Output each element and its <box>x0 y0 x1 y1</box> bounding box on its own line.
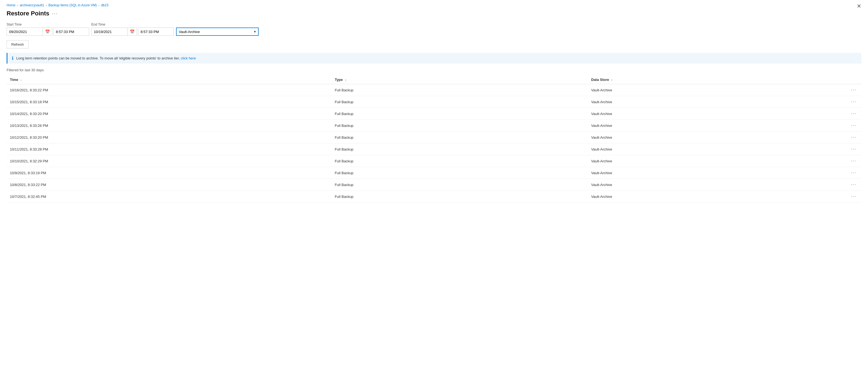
cell-type-2: Full Backup <box>332 108 588 120</box>
cell-time-2: 10/14/2021, 8:33:20 PM <box>7 108 332 120</box>
more-options-icon[interactable]: ··· <box>52 11 58 17</box>
cell-datastore-7: Vault-Archive <box>588 167 810 179</box>
restore-points-table: Time ↓ Type ↕ Data Store ↕ 10/16/2021, 8… <box>7 75 861 203</box>
row-more-button-6[interactable]: ··· <box>849 158 858 164</box>
cell-type-6: Full Backup <box>332 155 588 167</box>
breadcrumb-db15[interactable]: db15 <box>101 3 108 7</box>
info-banner: ℹ Long term retention points can be move… <box>7 53 861 64</box>
row-more-button-8[interactable]: ··· <box>849 182 858 188</box>
cell-time-8: 10/8/2021, 8:33:22 PM <box>7 179 332 191</box>
col-header-datastore[interactable]: Data Store ↕ <box>588 75 810 84</box>
cell-type-5: Full Backup <box>332 143 588 155</box>
type-sort-icon: ↕ <box>345 78 347 82</box>
cell-time-9: 10/7/2021, 8:32:45 PM <box>7 191 332 203</box>
start-date-calendar-icon[interactable]: 📅 <box>43 28 52 35</box>
end-date-calendar-icon[interactable]: 📅 <box>127 28 137 35</box>
end-time-label: End Time <box>91 23 174 26</box>
cell-time-5: 10/11/2021, 8:33:28 PM <box>7 143 332 155</box>
cell-time-3: 10/13/2021, 8:33:26 PM <box>7 120 332 131</box>
cell-time-7: 10/9/2021, 8:33:19 PM <box>7 167 332 179</box>
table-row: 10/12/2021, 8:33:20 PM Full Backup Vault… <box>7 131 861 143</box>
cell-datastore-3: Vault-Archive <box>588 120 810 131</box>
cell-datastore-0: Vault-Archive <box>588 84 810 96</box>
cell-actions-9: ··· <box>810 191 861 203</box>
table-row: 10/8/2021, 8:33:22 PM Full Backup Vault-… <box>7 179 861 191</box>
filter-row: Start Time 📅 End Time 📅 <box>7 23 861 36</box>
cell-actions-1: ··· <box>810 96 861 108</box>
info-icon: ℹ <box>12 56 13 61</box>
col-header-time[interactable]: Time ↓ <box>7 75 332 84</box>
cell-datastore-9: Vault-Archive <box>588 191 810 203</box>
table-body: 10/16/2021, 8:33:22 PM Full Backup Vault… <box>7 84 861 203</box>
cell-datastore-4: Vault-Archive <box>588 131 810 143</box>
page-header: Restore Points ··· <box>7 10 861 17</box>
cell-datastore-6: Vault-Archive <box>588 155 810 167</box>
cell-type-3: Full Backup <box>332 120 588 131</box>
cell-actions-2: ··· <box>810 108 861 120</box>
table-row: 10/7/2021, 8:32:45 PM Full Backup Vault-… <box>7 191 861 203</box>
row-more-button-0[interactable]: ··· <box>849 87 858 93</box>
cell-type-9: Full Backup <box>332 191 588 203</box>
page-title: Restore Points <box>7 10 49 17</box>
refresh-button[interactable]: Refresh <box>7 40 29 49</box>
end-time-group: End Time 📅 <box>91 23 174 36</box>
cell-datastore-2: Vault-Archive <box>588 108 810 120</box>
row-more-button-2[interactable]: ··· <box>849 111 858 117</box>
time-sort-icon: ↓ <box>20 78 22 82</box>
info-banner-link[interactable]: click here <box>181 56 196 60</box>
end-date-input[interactable] <box>92 30 127 34</box>
breadcrumb: Home › archiveccyvault1 › Backup Items (… <box>7 3 861 7</box>
data-store-group: Vault-Archive Vault-Standard Operational… <box>176 26 258 36</box>
cell-datastore-5: Vault-Archive <box>588 143 810 155</box>
table-header-row: Time ↓ Type ↕ Data Store ↕ <box>7 75 861 84</box>
cell-datastore-8: Vault-Archive <box>588 179 810 191</box>
table-row: 10/11/2021, 8:33:28 PM Full Backup Vault… <box>7 143 861 155</box>
close-button[interactable]: ✕ <box>857 3 861 9</box>
cell-type-7: Full Backup <box>332 167 588 179</box>
cell-time-4: 10/12/2021, 8:33:20 PM <box>7 131 332 143</box>
table-row: 10/14/2021, 8:33:20 PM Full Backup Vault… <box>7 108 861 120</box>
table-row: 10/9/2021, 8:33:19 PM Full Backup Vault-… <box>7 167 861 179</box>
start-time-label: Start Time <box>7 23 89 26</box>
cell-actions-0: ··· <box>810 84 861 96</box>
table-row: 10/15/2021, 8:33:18 PM Full Backup Vault… <box>7 96 861 108</box>
cell-time-0: 10/16/2021, 8:33:22 PM <box>7 84 332 96</box>
table-row: 10/13/2021, 8:33:26 PM Full Backup Vault… <box>7 120 861 131</box>
breadcrumb-home[interactable]: Home <box>7 3 16 7</box>
end-date-input-group: 📅 <box>91 28 137 36</box>
cell-type-4: Full Backup <box>332 131 588 143</box>
cell-actions-4: ··· <box>810 131 861 143</box>
data-store-select-wrapper: Vault-Archive Vault-Standard Operational… <box>176 28 258 36</box>
breadcrumb-backup-items[interactable]: Backup Items (SQL in Azure VM) <box>49 3 97 7</box>
cell-actions-3: ··· <box>810 120 861 131</box>
datastore-sort-icon: ↕ <box>611 78 613 82</box>
cell-time-1: 10/15/2021, 8:33:18 PM <box>7 96 332 108</box>
row-more-button-7[interactable]: ··· <box>849 170 858 176</box>
start-time-input[interactable] <box>53 28 89 36</box>
table-row: 10/16/2021, 8:33:22 PM Full Backup Vault… <box>7 84 861 96</box>
row-more-button-4[interactable]: ··· <box>849 134 858 140</box>
start-date-input[interactable] <box>7 30 43 34</box>
table-row: 10/10/2021, 8:32:29 PM Full Backup Vault… <box>7 155 861 167</box>
row-more-button-9[interactable]: ··· <box>849 193 858 200</box>
col-header-actions <box>810 75 861 84</box>
cell-actions-8: ··· <box>810 179 861 191</box>
cell-time-6: 10/10/2021, 8:32:29 PM <box>7 155 332 167</box>
data-store-select[interactable]: Vault-Archive Vault-Standard Operational <box>176 28 258 36</box>
cell-type-0: Full Backup <box>332 84 588 96</box>
cell-actions-7: ··· <box>810 167 861 179</box>
row-more-button-5[interactable]: ··· <box>849 146 858 152</box>
page-container: Home › archiveccyvault1 › Backup Items (… <box>0 0 868 209</box>
cell-type-8: Full Backup <box>332 179 588 191</box>
cell-actions-5: ··· <box>810 143 861 155</box>
end-time-input[interactable] <box>138 28 174 36</box>
row-more-button-3[interactable]: ··· <box>849 122 858 128</box>
cell-datastore-1: Vault-Archive <box>588 96 810 108</box>
row-more-button-1[interactable]: ··· <box>849 99 858 105</box>
start-time-group: Start Time 📅 <box>7 23 89 36</box>
breadcrumb-vault[interactable]: archiveccyvault1 <box>20 3 44 7</box>
filter-note: Filtered for last 30 days <box>7 68 861 72</box>
col-header-type[interactable]: Type ↕ <box>332 75 588 84</box>
cell-actions-6: ··· <box>810 155 861 167</box>
cell-type-1: Full Backup <box>332 96 588 108</box>
